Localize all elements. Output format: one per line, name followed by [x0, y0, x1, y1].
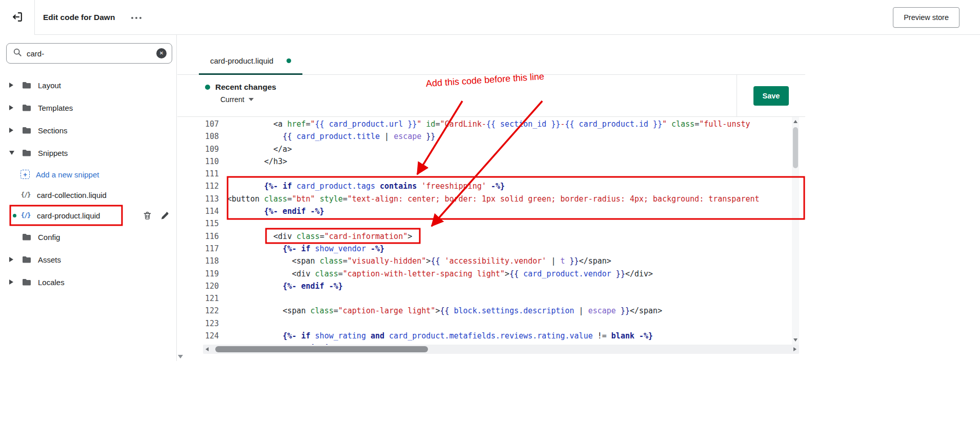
- code-line[interactable]: 114 {%- endif -%}: [177, 205, 792, 217]
- line-number: 123: [177, 317, 219, 330]
- line-number: 111: [177, 168, 219, 180]
- sidebar-item-sections[interactable]: Sections: [0, 119, 176, 142]
- file-search-box[interactable]: ✕: [6, 43, 172, 64]
- chevron-right-icon[interactable]: [9, 128, 15, 133]
- line-number: 117: [177, 243, 219, 255]
- folder-label: Layout: [38, 81, 61, 90]
- exit-icon: [11, 11, 24, 25]
- code-line-content: {%- if card_product.tags contains 'frees…: [227, 180, 505, 192]
- folder-label: Snippets: [38, 149, 68, 157]
- code-line[interactable]: 109 </a>: [177, 143, 792, 155]
- sidebar-item-locales[interactable]: Locales: [0, 271, 176, 293]
- chevron-down-icon: [249, 98, 254, 101]
- line-number: 109: [177, 143, 219, 155]
- liquid-file-icon: {/}: [21, 210, 31, 221]
- file-sidebar: ✕ Layout Templates: [0, 35, 177, 361]
- folder-icon: [22, 103, 32, 113]
- code-lines[interactable]: 107 <a href="{{ card_product.url }}" id=…: [177, 117, 792, 345]
- add-new-snippet-button[interactable]: + Add a new snippet: [0, 164, 176, 185]
- editor-panel: card-product.liquid Recent changes Curre…: [177, 35, 805, 354]
- line-number: 107: [177, 118, 219, 130]
- recent-changes-dot: [205, 85, 210, 90]
- line-number: 119: [177, 268, 219, 280]
- line-number: 116: [177, 230, 219, 243]
- code-line-content: <div class="card-information">: [227, 230, 412, 243]
- line-number: 120: [177, 280, 219, 292]
- recent-changes-label: Recent changes: [215, 83, 276, 92]
- sidebar-scroll-down[interactable]: [177, 353, 184, 359]
- unsaved-changes-dot: [287, 58, 291, 63]
- folder-icon: [22, 232, 32, 242]
- sidebar-item-assets[interactable]: Assets: [0, 248, 176, 271]
- code-line[interactable]: 115: [177, 217, 792, 230]
- code-line-content: <button class="btn" style="text-align: c…: [227, 193, 760, 205]
- code-line[interactable]: 122 <span class="caption-large light">{{…: [177, 305, 792, 317]
- line-number: 122: [177, 305, 219, 317]
- scroll-down-arrow[interactable]: [792, 336, 799, 344]
- code-line[interactable]: 107 <a href="{{ card_product.url }}" id=…: [177, 118, 792, 130]
- sidebar-item-card-collection[interactable]: {/} card-collection.liquid: [0, 185, 176, 205]
- search-input[interactable]: [27, 49, 152, 58]
- vertical-scrollbar[interactable]: [792, 117, 799, 345]
- code-editor[interactable]: 107 <a href="{{ card_product.url }}" id=…: [177, 117, 805, 345]
- line-number: 115: [177, 217, 219, 230]
- code-line[interactable]: 119 <div class="caption-with-letter-spac…: [177, 268, 792, 280]
- code-line-content: {{ card_product.title | escape }}: [227, 130, 435, 143]
- code-line-content: </h3>: [227, 155, 287, 168]
- tab-label: card-product.liquid: [210, 56, 273, 65]
- add-snippet-label: Add a new snippet: [36, 170, 99, 179]
- sidebar-item-snippets[interactable]: Snippets: [0, 142, 176, 164]
- horizontal-scroll-thumb[interactable]: [215, 346, 428, 352]
- scroll-left-arrow[interactable]: [203, 345, 211, 354]
- code-line-content: </a>: [227, 143, 292, 155]
- sidebar-item-templates[interactable]: Templates: [0, 96, 176, 119]
- clear-search-button[interactable]: ✕: [156, 48, 167, 58]
- scroll-right-arrow[interactable]: [791, 345, 799, 354]
- code-line-content: {%- endif -%}: [227, 280, 343, 292]
- scroll-up-arrow[interactable]: [792, 118, 799, 125]
- chevron-right-icon[interactable]: [9, 105, 15, 110]
- code-line[interactable]: 110 </h3>: [177, 155, 792, 168]
- code-line[interactable]: 124 {%- if show_rating and card_product.…: [177, 330, 792, 342]
- rename-file-button[interactable]: [159, 210, 170, 221]
- code-line[interactable]: 120 {%- endif -%}: [177, 280, 792, 292]
- page-title: Edit code for Dawn: [43, 0, 115, 35]
- delete-file-button[interactable]: [141, 210, 153, 221]
- version-dropdown[interactable]: Current: [220, 95, 276, 104]
- code-line-content: <span class="caption-large light">{{ blo…: [227, 305, 662, 317]
- code-line[interactable]: 118 <span class="visually-hidden">{{ 'ac…: [177, 255, 792, 267]
- tab-bar: card-product.liquid: [177, 35, 805, 75]
- line-number: 121: [177, 292, 219, 305]
- save-button[interactable]: Save: [753, 86, 789, 106]
- liquid-file-icon: {/}: [21, 190, 31, 200]
- sidebar-item-layout[interactable]: Layout: [0, 74, 176, 96]
- code-line[interactable]: 113<button class="btn" style="text-align…: [177, 193, 792, 205]
- more-options-button[interactable]: [126, 12, 147, 24]
- search-wrap: ✕: [0, 35, 176, 64]
- horizontal-scrollbar[interactable]: [203, 345, 799, 354]
- vertical-scroll-thumb[interactable]: [793, 127, 798, 168]
- code-line[interactable]: 111: [177, 168, 792, 180]
- line-number: 110: [177, 155, 219, 168]
- code-line[interactable]: 112 {%- if card_product.tags contains 'f…: [177, 180, 792, 192]
- code-line[interactable]: 123: [177, 317, 792, 330]
- preview-store-button[interactable]: Preview store: [893, 7, 959, 28]
- code-line[interactable]: 116 <div class="card-information">: [177, 230, 792, 243]
- tab-card-product-liquid[interactable]: card-product.liquid: [199, 56, 302, 75]
- sidebar-item-config[interactable]: Config: [0, 226, 176, 248]
- chevron-right-icon[interactable]: [9, 83, 15, 88]
- code-line-content: <a href="{{ card_product.url }}" id="Car…: [227, 118, 750, 130]
- chevron-right-icon[interactable]: [9, 279, 15, 285]
- chevron-down-icon[interactable]: [9, 151, 15, 155]
- folder-icon: [22, 254, 32, 265]
- exit-editor-button[interactable]: [0, 0, 35, 35]
- search-icon: [13, 48, 22, 59]
- code-line[interactable]: 108 {{ card_product.title | escape }}: [177, 130, 792, 143]
- code-line[interactable]: 117 {%- if show_vendor -%}: [177, 243, 792, 255]
- sidebar-item-card-product[interactable]: {/} card-product.liquid: [0, 205, 176, 226]
- folder-label: Assets: [38, 255, 61, 264]
- line-number: 112: [177, 180, 219, 192]
- unsaved-file-dot: [13, 214, 16, 217]
- chevron-right-icon[interactable]: [9, 257, 15, 262]
- code-line[interactable]: 121: [177, 292, 792, 305]
